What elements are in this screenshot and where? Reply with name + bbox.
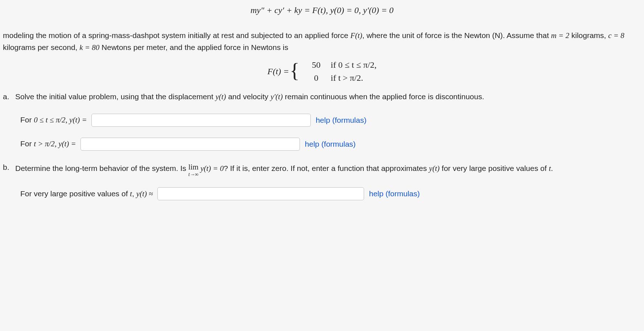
case1-condition: if 0 ≤ t ≤ π/2, — [331, 58, 376, 71]
text: kilograms, — [569, 31, 608, 39]
text: Determine the long-term behavior of the … — [15, 164, 188, 172]
part-b-text: Determine the long-term behavior of the … — [15, 162, 553, 177]
case2-condition: if t > π/2. — [331, 71, 363, 84]
text: . — [551, 164, 553, 172]
part-a-label: a. — [3, 91, 15, 103]
text: , where the unit of force is the Newton … — [362, 31, 551, 39]
text: modeling the motion of a spring-mass-das… — [3, 31, 350, 39]
answer2-label: For t > π/2, y(t) = — [20, 138, 76, 150]
case1-value: 50 — [302, 58, 331, 71]
limit-notation: limt→∞ — [188, 162, 198, 177]
text: and velocity — [226, 92, 271, 101]
text: Solve the initial value problem, using t… — [15, 92, 215, 101]
text: remain continuous when the applied force… — [283, 92, 484, 101]
math-m: m = 2 — [551, 31, 569, 40]
part-b-label: b. — [3, 162, 15, 177]
text: Newtons per meter, and the applied force… — [99, 43, 288, 51]
text: kilograms per second, — [3, 43, 79, 51]
math-ypt: y′(t) — [271, 92, 283, 101]
text: , — [132, 189, 136, 198]
piecewise-definition: F(t) = { 50 if 0 ≤ t ≤ π/2, 0 if t > π/2… — [3, 58, 641, 84]
answer-row-3: For very large positive values of t, y(t… — [20, 187, 641, 200]
math: y(t) ≈ — [136, 189, 153, 198]
math: t > π/2, y(t) = — [34, 139, 76, 148]
part-a: a. Solve the initial value problem, usin… — [3, 91, 641, 103]
problem-description: modeling the motion of a spring-mass-das… — [3, 30, 641, 53]
math-Ft: F(t) — [350, 31, 362, 40]
answer3-input[interactable] — [157, 187, 364, 200]
Ft-equals: F(t) = — [268, 65, 289, 78]
answer-row-2: For t > π/2, y(t) = help (formulas) — [20, 138, 641, 151]
math-c: c = 8 — [608, 31, 624, 40]
math: y(t) = 0 — [198, 164, 224, 173]
left-brace-icon: { — [290, 60, 300, 81]
help-link-2[interactable]: help (formulas) — [305, 138, 356, 150]
answer1-input[interactable] — [91, 114, 311, 127]
part-b: b. Determine the long-term behavior of t… — [3, 162, 641, 177]
answer1-label: For 0 ≤ t ≤ π/2, y(t) = — [20, 114, 87, 126]
case2-value: 0 — [302, 71, 331, 84]
ode-equation: my″ + cy′ + ky = F(t), y(0) = 0, y′(0) =… — [3, 4, 641, 17]
math-yt: y(t) — [215, 92, 226, 101]
answer-row-1: For 0 ≤ t ≤ π/2, y(t) = help (formulas) — [20, 114, 641, 127]
part-a-text: Solve the initial value problem, using t… — [15, 91, 484, 103]
help-link-3[interactable]: help (formulas) — [369, 188, 420, 200]
text: For very large positive values of — [20, 189, 130, 198]
text: ? If it is, enter zero. If not, enter a … — [224, 164, 429, 172]
text: For — [20, 116, 34, 124]
math-yt: y(t) — [429, 164, 439, 173]
math-k: k = 80 — [79, 43, 99, 52]
math: 0 ≤ t ≤ π/2, y(t) = — [34, 116, 87, 124]
text: for very large positive values of — [439, 164, 549, 172]
answer2-input[interactable] — [80, 138, 300, 151]
help-link-1[interactable]: help (formulas) — [316, 114, 367, 126]
text: For — [20, 139, 34, 148]
answer3-label: For very large positive values of t, y(t… — [20, 188, 153, 200]
